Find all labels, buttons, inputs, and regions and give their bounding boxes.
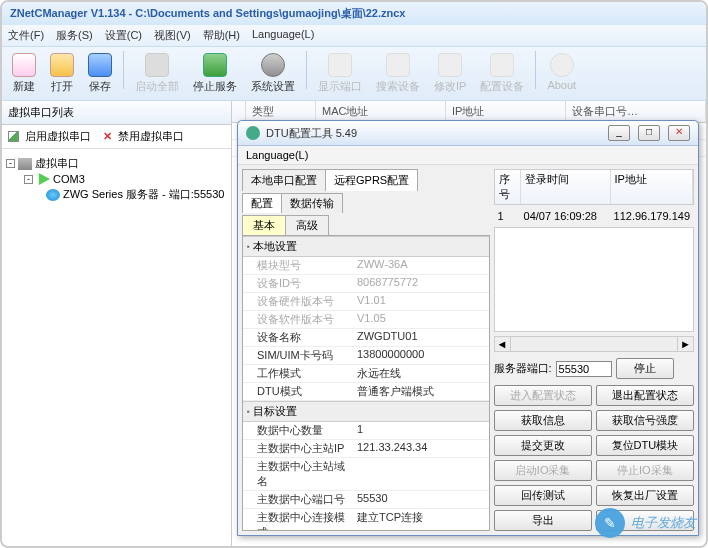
start-io-button[interactable]: 启动IO采集 <box>494 460 592 481</box>
enable-vport-checkbox[interactable] <box>8 131 19 142</box>
menu-help[interactable]: 帮助(H) <box>203 28 240 43</box>
log-row[interactable]: 1 04/07 16:09:28 112.96.179.149 <box>494 209 694 223</box>
server-port-input[interactable] <box>556 361 612 377</box>
prop-row[interactable]: 设备ID号8068775772 <box>243 275 489 293</box>
export-button[interactable]: 导出 <box>494 510 592 531</box>
col-mac-header[interactable]: MAC地址 <box>316 101 446 122</box>
minitab-advanced[interactable]: 高级 <box>285 215 329 236</box>
dtu-menu-language[interactable]: Language(L) <box>246 149 308 161</box>
prop-row[interactable]: 设备名称ZWGDTU01 <box>243 329 489 347</box>
maximize-button[interactable]: □ <box>638 125 660 141</box>
prop-value[interactable]: 55530 <box>353 491 489 508</box>
factory-reset-button[interactable]: 恢复出厂设置 <box>596 485 694 506</box>
prop-row[interactable]: 主数据中心连接模式建立TCP连接 <box>243 509 489 531</box>
prop-value[interactable]: 普通客户端模式 <box>353 383 489 400</box>
tool-system-settings[interactable]: 系统设置 <box>245 51 301 96</box>
scroll-left-icon[interactable]: ◄ <box>495 337 511 351</box>
prop-section-header[interactable]: 目标设置 <box>243 401 489 422</box>
get-signal-button[interactable]: 获取信号强度 <box>596 410 694 431</box>
tool-open[interactable]: 打开 <box>44 51 80 96</box>
col-port-header[interactable]: 设备串口号… <box>566 101 706 122</box>
subtab-data-transfer[interactable]: 数据传输 <box>281 193 343 213</box>
tree-com[interactable]: - COM3 <box>6 172 227 186</box>
prop-value[interactable]: V1.01 <box>353 293 489 310</box>
menu-file[interactable]: 文件(F) <box>8 28 44 43</box>
col-ip-header[interactable]: IP地址 <box>446 101 566 122</box>
get-info-button[interactable]: 获取信息 <box>494 410 592 431</box>
close-button[interactable]: ✕ <box>668 125 690 141</box>
watermark-icon: ✎ <box>595 508 625 538</box>
prop-value[interactable]: 121.33.243.34 <box>353 440 489 457</box>
col-ip-header[interactable]: IP地址 <box>611 170 693 204</box>
disable-vport-icon[interactable]: ✕ <box>103 130 112 143</box>
prop-row[interactable]: 主数据中心端口号55530 <box>243 491 489 509</box>
stop-button[interactable]: 停止 <box>616 358 674 379</box>
prop-value[interactable]: V1.05 <box>353 311 489 328</box>
minimize-button[interactable]: _ <box>608 125 630 141</box>
prop-value[interactable]: 1 <box>353 422 489 439</box>
left-pane-title: 虚拟串口列表 <box>2 101 231 125</box>
enter-config-button[interactable]: 进入配置状态 <box>494 385 592 406</box>
prop-value[interactable]: 13800000000 <box>353 347 489 364</box>
loopback-button[interactable]: 回传测试 <box>494 485 592 506</box>
prop-value[interactable]: 永远在线 <box>353 365 489 382</box>
tool-stop-service[interactable]: 停止服务 <box>187 51 243 96</box>
dtu-mini-tabs: 基本 高级 <box>242 215 490 236</box>
prop-value[interactable]: ZWGDTU01 <box>353 329 489 346</box>
scroll-track[interactable] <box>511 337 677 351</box>
tree-root[interactable]: - 虚拟串口 <box>6 155 227 172</box>
stop-io-button[interactable]: 停止IO采集 <box>596 460 694 481</box>
prop-value[interactable] <box>353 458 489 490</box>
subtab-config[interactable]: 配置 <box>242 193 282 213</box>
prop-section-header[interactable]: 本地设置 <box>243 236 489 257</box>
prop-row[interactable]: 数据中心数量1 <box>243 422 489 440</box>
prop-row[interactable]: 设备硬件版本号V1.01 <box>243 293 489 311</box>
dtu-app-icon <box>246 126 260 140</box>
toolbar-sep-3 <box>535 51 536 89</box>
prop-row[interactable]: SIM/UIM卡号码13800000000 <box>243 347 489 365</box>
left-pane: 虚拟串口列表 启用虚拟串口 ✕ 禁用虚拟串口 - 虚拟串口 - COM3 ZWG… <box>2 101 232 548</box>
prop-value[interactable]: 建立TCP连接 <box>353 509 489 531</box>
log-hscrollbar[interactable]: ◄ ► <box>494 336 694 352</box>
exit-config-button[interactable]: 退出配置状态 <box>596 385 694 406</box>
tree-collapse-icon[interactable]: - <box>6 159 15 168</box>
prop-value[interactable]: 8068775772 <box>353 275 489 292</box>
reset-dtu-button[interactable]: 复位DTU模块 <box>596 435 694 456</box>
col-type-header[interactable]: 类型 <box>246 101 316 122</box>
tool-show-port: 显示端口 <box>312 51 368 96</box>
menu-service[interactable]: 服务(S) <box>56 28 93 43</box>
enable-vport-label: 启用虚拟串口 <box>25 129 91 144</box>
col-seq-header[interactable]: 序号 <box>495 170 521 204</box>
prop-row[interactable]: DTU模式普通客户端模式 <box>243 383 489 401</box>
log-scroll-area[interactable] <box>494 227 694 332</box>
prop-row[interactable]: 主数据中心主站IP121.33.243.34 <box>243 440 489 458</box>
tool-new[interactable]: 新建 <box>6 51 42 96</box>
menu-view[interactable]: 视图(V) <box>154 28 191 43</box>
prop-row[interactable]: 主数据中心主站域名 <box>243 458 489 491</box>
disable-vport-label: 禁用虚拟串口 <box>118 129 184 144</box>
prop-key: SIM/UIM卡号码 <box>243 347 353 364</box>
tool-about[interactable]: About <box>541 51 582 93</box>
minitab-basic[interactable]: 基本 <box>242 215 286 236</box>
tool-start-all[interactable]: 启动全部 <box>129 51 185 96</box>
prop-row[interactable]: 设备软件版本号V1.05 <box>243 311 489 329</box>
menu-language[interactable]: Language(L) <box>252 28 314 43</box>
prop-value[interactable]: ZWW-36A <box>353 257 489 274</box>
log-header: 序号 登录时间 IP地址 <box>494 169 694 205</box>
col-time-header[interactable]: 登录时间 <box>521 170 611 204</box>
property-grid[interactable]: 本地设置模块型号ZWW-36A设备ID号8068775772设备硬件版本号V1.… <box>242 235 490 531</box>
tree-server[interactable]: ZWG Series 服务器 - 端口:55530 <box>6 186 227 203</box>
watermark: ✎ 电子发烧友 <box>595 508 696 538</box>
commit-button[interactable]: 提交更改 <box>494 435 592 456</box>
tree-collapse-icon[interactable]: - <box>24 175 33 184</box>
prop-row[interactable]: 工作模式永远在线 <box>243 365 489 383</box>
tool-save[interactable]: 保存 <box>82 51 118 96</box>
tab-remote-gprs[interactable]: 远程GPRS配置 <box>325 169 418 191</box>
dtu-titlebar[interactable]: DTU配置工具 5.49 _ □ ✕ <box>238 121 698 146</box>
main-titlebar: ZNetCManager V1.134 - C:\Documents and S… <box>2 2 706 25</box>
prop-key: 主数据中心主站IP <box>243 440 353 457</box>
menu-settings[interactable]: 设置(C) <box>105 28 142 43</box>
prop-row[interactable]: 模块型号ZWW-36A <box>243 257 489 275</box>
scroll-right-icon[interactable]: ► <box>677 337 693 351</box>
tab-local-serial[interactable]: 本地串口配置 <box>242 169 326 191</box>
